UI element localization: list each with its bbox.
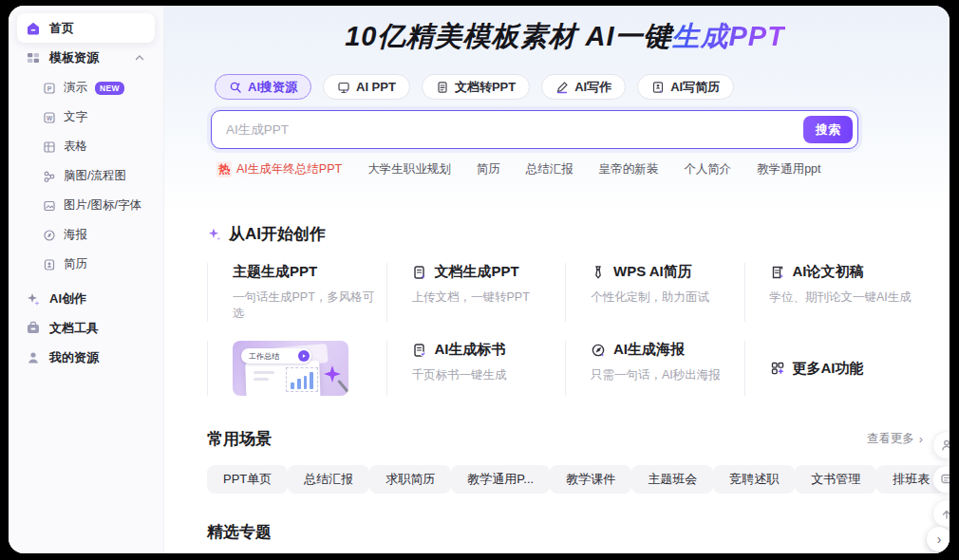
- scene-chip[interactable]: 竞聘述职: [713, 465, 795, 494]
- sidebar-item-sheets[interactable]: 表格: [17, 132, 155, 161]
- hot-suggestion[interactable]: 教学通用ppt: [757, 161, 820, 177]
- sidebar-item-doc-tools[interactable]: 文档工具: [17, 314, 155, 343]
- ai-section-title: 从AI开始创作: [229, 223, 326, 245]
- ai-search-icon: [229, 81, 242, 94]
- ai-card-title: 主题生成PPT: [233, 263, 317, 281]
- customer-service-button[interactable]: [932, 431, 950, 459]
- app-window: 首页 模板资源 P 演示 NEW W 文字: [9, 6, 950, 553]
- magic-wand-icon: [337, 380, 348, 393]
- hot-suggestions: 热 AI生成年终总结PPT 大学生职业规划 简历 总结汇报 皇帝的新装 个人简介…: [216, 161, 923, 177]
- hot-suggestion[interactable]: 简历: [477, 161, 500, 177]
- chevron-right-icon: ›: [919, 433, 923, 446]
- sidebar-item-ai-create[interactable]: AI创作: [17, 285, 155, 313]
- template-grid-icon: [26, 50, 41, 65]
- sidebar-item-mindmap[interactable]: 脑图/流程图: [17, 161, 155, 191]
- ai-card-ai-paper[interactable]: AI论文初稿 学位、期刊论文一键AI生成: [744, 263, 924, 322]
- sidebar-item-images[interactable]: 图片/图标/字体: [17, 191, 155, 220]
- scene-chip[interactable]: 教学通用P...: [451, 465, 550, 494]
- sidebar-item-label: 演示: [64, 80, 87, 96]
- ai-section-header: 从AI开始创作: [207, 223, 923, 245]
- scenes-title: 常用场景: [207, 428, 272, 450]
- svg-text:W: W: [47, 115, 53, 121]
- view-more-link[interactable]: 查看更多 ›: [867, 431, 923, 447]
- main-content: 10亿精美模板素材 AI一键生成PPT AI搜资源 AI PPT 文档转PPT: [164, 6, 950, 553]
- search-bar: 搜索: [211, 110, 858, 149]
- bid-doc-icon: [412, 343, 427, 358]
- topic-ppt-thumbnail[interactable]: 工作总结: [233, 341, 348, 396]
- feedback-button[interactable]: [932, 465, 950, 494]
- tab-doc-to-ppt[interactable]: 文档转PPT: [422, 74, 530, 100]
- new-badge: NEW: [95, 82, 124, 95]
- hot-suggestion[interactable]: 个人简介: [684, 161, 731, 177]
- tie-icon: [591, 265, 606, 280]
- home-icon: [26, 21, 41, 36]
- sidebar-item-templates[interactable]: 模板资源: [17, 44, 155, 72]
- ai-card-ai-poster[interactable]: AI生成海报 只需一句话，AI秒出海报: [565, 341, 744, 396]
- tab-ai-ppt[interactable]: AI PPT: [323, 74, 410, 100]
- tab-ai-search[interactable]: AI搜资源: [215, 74, 311, 100]
- hot-suggestion[interactable]: 大学生职业规划: [367, 161, 451, 177]
- scene-chip[interactable]: 教学课件: [550, 465, 631, 494]
- ai-card-subtitle: 上传文档，一键转PPT: [412, 289, 566, 306]
- sidebar-item-label: 文档工具: [49, 320, 99, 337]
- toolbox-icon: [26, 321, 41, 336]
- search-input[interactable]: [212, 122, 857, 137]
- ai-card-title: AI生成海报: [613, 341, 685, 359]
- sidebar-item-label: 首页: [49, 20, 74, 37]
- hot-suggestion-featured[interactable]: 热 AI生成年终总结PPT: [216, 161, 342, 177]
- sidebar-item-my-resources[interactable]: 我的资源: [17, 344, 155, 372]
- word-doc-icon: W: [43, 111, 56, 124]
- sparkle-icon: [26, 291, 41, 307]
- ai-card-subtitle: 学位、期刊论文一键AI生成: [770, 289, 924, 306]
- ai-card-title: WPS AI简历: [613, 263, 692, 281]
- presentation-doc-icon: P: [43, 82, 56, 95]
- ai-card-ai-resume[interactable]: WPS AI简历 个性化定制，助力面试: [565, 263, 744, 322]
- sparkle-icon: [207, 227, 222, 242]
- scene-chip[interactable]: 主题班会: [631, 465, 713, 494]
- hot-suggestion[interactable]: 总结汇报: [526, 161, 574, 177]
- search-button[interactable]: 搜索: [803, 116, 853, 143]
- doc-convert-icon: [436, 81, 449, 94]
- scene-chip[interactable]: 总结汇报: [288, 465, 369, 494]
- sidebar-item-presentation[interactable]: P 演示 NEW: [17, 73, 155, 103]
- sidebar-item-home[interactable]: 首页: [17, 13, 155, 43]
- resume-icon: [43, 258, 56, 271]
- tab-ai-writing[interactable]: AI写作: [541, 74, 626, 100]
- ai-card-ai-bid[interactable]: AI生成标书 千页标书一键生成: [386, 341, 566, 396]
- hot-suggestion[interactable]: 皇帝的新装: [599, 161, 659, 177]
- page-title-prefix: 10亿精美模板素材 AI一键: [345, 21, 671, 51]
- chevron-right-icon: ›: [937, 532, 942, 547]
- sidebar-item-label: 模板资源: [49, 49, 99, 66]
- carousel-next-button[interactable]: ›: [927, 527, 950, 551]
- ppt-icon: [337, 81, 350, 94]
- poster-icon: [43, 229, 56, 242]
- sidebar-item-writer[interactable]: W 文字: [17, 103, 155, 132]
- flowchart-icon: [43, 170, 56, 183]
- table-icon: [43, 140, 56, 154]
- view-more-label: 查看更多: [867, 431, 914, 447]
- scene-chip[interactable]: 求职简历: [369, 465, 451, 494]
- scene-chip[interactable]: PPT单页: [207, 465, 288, 494]
- person-icon: [26, 350, 41, 365]
- paper-draft-icon: [770, 265, 785, 280]
- sidebar-item-resume[interactable]: 简历: [17, 250, 155, 279]
- chevron-up-icon[interactable]: [133, 51, 146, 65]
- sidebar-item-label: 脑图/流程图: [64, 168, 126, 184]
- ai-card-topic-ppt-preview[interactable]: 工作总结: [207, 341, 386, 396]
- scene-chip[interactable]: 文书管理: [795, 465, 876, 494]
- doc-to-ppt-icon: [412, 265, 427, 280]
- ai-card-doc-to-ppt[interactable]: 文档生成PPT 上传文档，一键转PPT: [386, 263, 566, 322]
- resume-write-icon: [651, 81, 665, 94]
- ai-card-topic-ppt[interactable]: 主题生成PPT 一句话生成PPT，多风格可选: [207, 263, 386, 322]
- ai-card-title: 文档生成PPT: [435, 263, 519, 281]
- ai-card-more[interactable]: 更多AI功能: [744, 341, 924, 396]
- sidebar-item-label: 海报: [64, 227, 87, 243]
- sidebar: 首页 模板资源 P 演示 NEW W 文字: [9, 6, 164, 553]
- back-to-top-button[interactable]: [932, 499, 950, 528]
- sidebar-item-poster[interactable]: 海报: [17, 220, 155, 250]
- svg-text:P: P: [47, 85, 52, 92]
- tab-ai-resume[interactable]: AI写简历: [637, 74, 734, 100]
- tab-label: AI写作: [574, 79, 611, 96]
- pen-icon: [555, 81, 569, 94]
- sidebar-item-label: 表格: [64, 139, 87, 155]
